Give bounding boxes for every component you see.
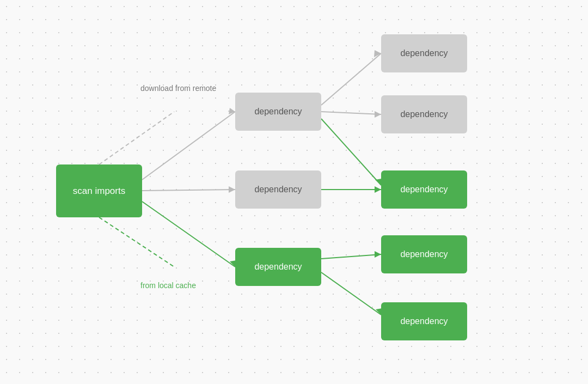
svg-line-2 [142, 112, 235, 180]
svg-marker-5 [229, 186, 235, 193]
svg-marker-17 [375, 251, 381, 258]
svg-marker-11 [375, 111, 381, 118]
node-dep1: dependency [235, 93, 321, 131]
svg-line-4 [142, 190, 235, 191]
svg-line-16 [321, 254, 381, 259]
svg-marker-15 [375, 186, 381, 193]
node-scan-imports: scan imports [56, 164, 142, 217]
svg-line-18 [321, 272, 381, 315]
node-dep7: dependency [381, 235, 467, 273]
node-dep2: dependency [235, 170, 321, 209]
node-dep4: dependency [381, 34, 467, 72]
svg-line-6 [142, 202, 235, 267]
diagram-container: scan imports dependency dependency depen… [0, 0, 588, 384]
svg-line-12 [321, 119, 381, 185]
svg-marker-9 [374, 50, 381, 57]
label-download-remote: download from remote [140, 84, 216, 93]
svg-line-0 [99, 112, 174, 164]
node-dep5: dependency [381, 95, 467, 133]
node-dep3: dependency [235, 248, 321, 286]
svg-line-8 [321, 53, 381, 105]
node-dep6: dependency [381, 170, 467, 209]
svg-line-10 [321, 112, 381, 114]
svg-line-1 [99, 217, 174, 267]
node-dep8: dependency [381, 302, 467, 340]
svg-marker-3 [229, 108, 235, 114]
label-from-cache: from local cache [140, 281, 196, 290]
